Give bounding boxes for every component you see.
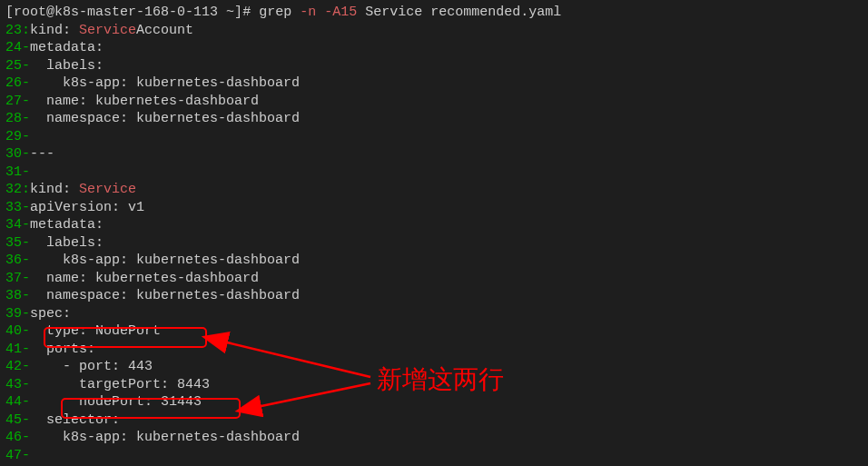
line-number: 44 <box>5 394 22 410</box>
line-number: 30 <box>5 146 22 162</box>
line-number: 32 <box>5 182 22 197</box>
output-line: 39-spec: <box>5 305 863 323</box>
shell-prompt: [root@k8s-master-168-0-113 ~]# <box>5 5 259 20</box>
line-text: --- <box>30 146 54 162</box>
line-separator: - <box>22 146 30 162</box>
line-separator: - <box>22 111 30 126</box>
line-number: 23 <box>5 23 22 38</box>
line-separator: : <box>22 23 30 38</box>
line-text: labels: <box>30 58 104 74</box>
line-text: name: kubernetes-dashboard <box>30 94 259 109</box>
output-line: 46- k8s-app: kubernetes-dashboard <box>5 429 863 447</box>
line-number: 45 <box>5 412 22 428</box>
line-number: 43 <box>5 377 22 392</box>
line-number: 33 <box>5 200 22 215</box>
line-text: nodePort: 31443 <box>30 394 202 410</box>
line-separator: - <box>22 430 30 445</box>
line-separator: - <box>22 448 30 463</box>
output-line: 24-metadata: <box>5 39 863 57</box>
line-separator: - <box>22 164 30 180</box>
line-text: type: NodePort <box>30 323 161 339</box>
output-line: 26- k8s-app: kubernetes-dashboard <box>5 74 863 93</box>
line-number: 41 <box>5 342 22 357</box>
line-separator: - <box>22 217 30 233</box>
line-text: metadata: <box>30 40 104 55</box>
line-separator: - <box>22 235 30 251</box>
line-separator: - <box>22 394 30 410</box>
line-number: 28 <box>5 111 22 126</box>
line-separator: - <box>22 58 30 74</box>
line-text: ports: <box>30 342 95 357</box>
output-line: 38- namespace: kubernetes-dashboard <box>5 287 863 305</box>
line-number: 37 <box>5 271 22 286</box>
line-separator: - <box>22 288 30 303</box>
output-line: 45- selector: <box>5 411 863 430</box>
line-text: labels: <box>30 235 104 251</box>
line-separator: - <box>22 200 30 215</box>
line-separator: - <box>22 253 30 268</box>
line-number: 40 <box>5 323 22 339</box>
line-text: metadata: <box>30 217 104 233</box>
line-number: 35 <box>5 235 22 251</box>
line-number: 25 <box>5 58 22 74</box>
output-line: 30---- <box>5 145 863 164</box>
line-separator: : <box>22 182 30 197</box>
line-separator: - <box>22 342 30 357</box>
prompt-line: [root@k8s-master-168-0-113 ~]# grep -n -… <box>5 4 863 22</box>
line-text: spec: <box>30 306 71 322</box>
line-number: 31 <box>5 164 22 180</box>
line-text: k8s-app: kubernetes-dashboard <box>30 430 300 445</box>
grep-match: Service <box>79 182 136 197</box>
line-separator: - <box>22 412 30 428</box>
output-line: 34-metadata: <box>5 216 863 234</box>
output-line: 35- labels: <box>5 234 863 253</box>
output-line: 43- targetPort: 8443 <box>5 376 863 394</box>
output-line: 27- name: kubernetes-dashboard <box>5 93 863 111</box>
output-line: 33-apiVersion: v1 <box>5 199 863 217</box>
line-number: 47 <box>5 448 22 463</box>
line-number: 38 <box>5 288 22 303</box>
line-separator: - <box>22 359 30 374</box>
command-flags: -n -A15 <box>300 5 357 20</box>
line-text: namespace: kubernetes-dashboard <box>30 111 300 126</box>
line-separator: - <box>22 377 30 392</box>
terminal-output: 23:kind: ServiceAccount24-metadata:25- l… <box>5 22 863 465</box>
line-text: namespace: kubernetes-dashboard <box>30 288 300 303</box>
line-number: 29 <box>5 129 22 144</box>
output-line: 42- - port: 443 <box>5 358 863 376</box>
output-line: 37- name: kubernetes-dashboard <box>5 270 863 288</box>
line-text: kind: <box>30 182 79 197</box>
output-line: 28- namespace: kubernetes-dashboard <box>5 110 863 128</box>
line-separator: - <box>22 323 30 339</box>
output-line: 32:kind: Service <box>5 181 863 199</box>
line-text: apiVersion: v1 <box>30 200 144 215</box>
output-line: 36- k8s-app: kubernetes-dashboard <box>5 252 863 270</box>
line-text: name: kubernetes-dashboard <box>30 271 259 286</box>
output-line: 31- <box>5 164 863 182</box>
grep-match: Service <box>79 23 136 38</box>
line-text: - port: 443 <box>30 359 153 374</box>
line-text: k8s-app: kubernetes-dashboard <box>30 253 300 268</box>
output-line: 40- type: NodePort <box>5 322 863 341</box>
line-text: selector: <box>30 412 120 428</box>
line-text: Account <box>136 23 193 38</box>
line-text: k8s-app: kubernetes-dashboard <box>30 75 300 91</box>
line-number: 36 <box>5 253 22 268</box>
line-separator: - <box>22 271 30 286</box>
line-text: kind: <box>30 23 79 38</box>
line-separator: - <box>22 306 30 322</box>
line-text: targetPort: 8443 <box>30 377 210 392</box>
output-line: 44- nodePort: 31443 <box>5 393 863 411</box>
output-line: 47- <box>5 447 863 465</box>
line-number: 42 <box>5 359 22 374</box>
command-base: grep <box>259 5 291 20</box>
output-line: 23:kind: ServiceAccount <box>5 22 863 40</box>
output-line: 25- labels: <box>5 57 863 75</box>
line-separator: - <box>22 94 30 109</box>
line-number: 26 <box>5 75 22 91</box>
output-line: 41- ports: <box>5 341 863 359</box>
output-line: 29- <box>5 128 863 146</box>
line-separator: - <box>22 75 30 91</box>
line-number: 39 <box>5 306 22 322</box>
line-number: 46 <box>5 430 22 445</box>
